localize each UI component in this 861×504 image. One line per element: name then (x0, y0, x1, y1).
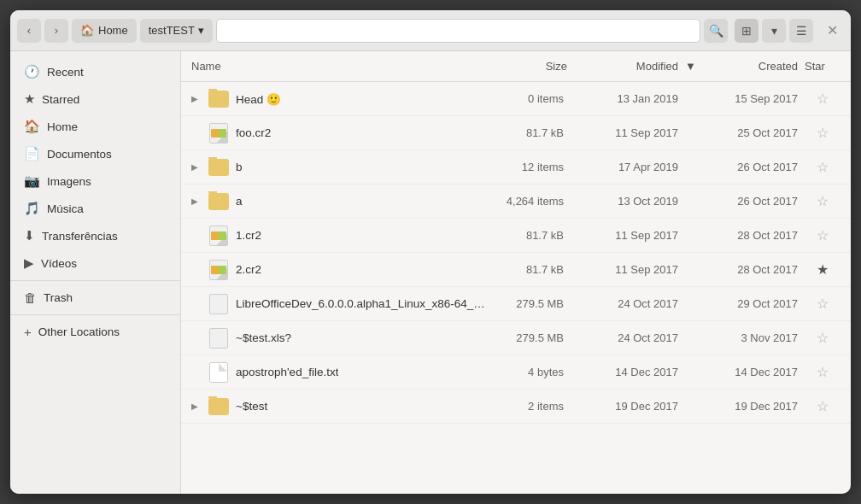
sidebar-item-imagens[interactable]: 📷 Imagens (10, 167, 180, 195)
expand-arrow[interactable]: ▶ (188, 92, 202, 106)
sidebar-item-recent[interactable]: 🕐 Recent (10, 58, 180, 85)
folder-icon (208, 398, 229, 415)
table-row[interactable]: LibreOfficeDev_6.0.0.0.alpha1_Linux_x86-… (181, 287, 851, 321)
table-row[interactable]: foo.cr2 81.7 kB 11 Sep 2017 25 Oct 2017 … (181, 116, 851, 150)
star-button[interactable]: ☆ (801, 364, 844, 380)
file-name-cell: ▶ Head 🙂 (188, 89, 485, 109)
table-row[interactable]: 2.cr2 81.7 kB 11 Sep 2017 28 Oct 2017 ★ (181, 253, 851, 287)
file-size: 4 bytes (485, 366, 571, 378)
file-created: 15 Sep 2017 (707, 92, 801, 105)
documentos-icon: 📄 (24, 146, 40, 161)
file-created: 14 Dec 2017 (707, 366, 801, 378)
back-button[interactable]: ‹ (17, 19, 41, 43)
file-list: ▶ Head 🙂 0 items 13 Jan 2019 15 Sep 2017… (181, 82, 851, 494)
table-row[interactable]: ~$test.xls? 279.5 MB 24 Oct 2017 3 Nov 2… (181, 321, 851, 355)
expand-arrow[interactable]: ▶ (188, 400, 202, 413)
table-row[interactable]: ▶ Head 🙂 0 items 13 Jan 2019 15 Sep 2017… (181, 82, 851, 116)
col-header-sort[interactable]: ▼ (682, 60, 707, 73)
cr2-icon (209, 260, 228, 280)
sidebar-item-transferencias[interactable]: ⬇ Transferências (10, 222, 180, 249)
search-button[interactable]: 🔍 (704, 19, 728, 43)
folder-icon (208, 159, 229, 176)
star-button[interactable]: ☆ (801, 296, 844, 312)
file-icon (208, 328, 229, 349)
star-button[interactable]: ☆ (801, 227, 844, 243)
sidebar-item-videos[interactable]: ▶ Vídeos (10, 249, 180, 277)
table-row[interactable]: ▶ a 4,264 items 13 Oct 2019 26 Oct 2017 … (181, 185, 851, 219)
star-button[interactable]: ☆ (801, 91, 844, 107)
file-icon (208, 157, 229, 178)
home-button[interactable]: 🏠 Home (72, 19, 137, 43)
star-button[interactable]: ☆ (801, 125, 844, 141)
trash-icon: 🗑 (24, 290, 37, 305)
file-icon (208, 294, 229, 314)
folder-icon (208, 91, 229, 108)
file-size: 81.7 kB (485, 126, 571, 139)
col-header-modified[interactable]: Modified (571, 60, 682, 73)
file-name-cell: apostroph'ed_file.txt (188, 362, 485, 383)
file-modified: 13 Oct 2019 (571, 195, 682, 208)
breadcrumb-button[interactable]: testTEST ▾ (140, 19, 213, 43)
cr2-icon (209, 226, 228, 246)
file-name: ~$test (236, 400, 267, 413)
other-icon: + (24, 325, 32, 339)
file-name-cell: 2.cr2 (188, 260, 485, 280)
breadcrumb-arrow: ▾ (198, 24, 204, 37)
file-size: 2 items (485, 400, 571, 413)
expand-arrow-empty (188, 263, 202, 277)
table-row[interactable]: 1.cr2 81.7 kB 11 Sep 2017 28 Oct 2017 ☆ (181, 219, 851, 253)
file-size: 279.5 MB (485, 297, 571, 310)
table-row[interactable]: ▶ ~$test 2 items 19 Dec 2017 19 Dec 2017… (181, 390, 851, 424)
star-button[interactable]: ☆ (801, 398, 844, 414)
file-created: 29 Oct 2017 (707, 297, 801, 310)
file-name-cell: ▶ a (188, 191, 485, 212)
star-button[interactable]: ☆ (801, 330, 844, 346)
col-header-created[interactable]: Created (707, 60, 801, 73)
star-button[interactable]: ★ (801, 261, 844, 278)
sidebar-item-home[interactable]: 🏠 Home (10, 113, 180, 140)
forward-button[interactable]: › (44, 19, 68, 43)
table-row[interactable]: ▶ b 12 items 17 Apr 2019 26 Oct 2017 ☆ (181, 150, 851, 185)
menu-button[interactable]: ☰ (789, 19, 813, 43)
file-size: 4,264 items (485, 195, 571, 208)
sidebar-item-other[interactable]: + Other Locations (10, 319, 180, 345)
sidebar-item-trash[interactable]: 🗑 Trash (10, 284, 180, 311)
sidebar-item-documentos[interactable]: 📄 Documentos (10, 140, 180, 167)
col-header-size[interactable]: Size (485, 60, 571, 73)
file-icon (208, 89, 229, 109)
col-header-name[interactable]: Name (188, 60, 485, 73)
file-icon (208, 362, 229, 383)
expand-arrow[interactable]: ▶ (188, 161, 202, 174)
file-name-cell: LibreOfficeDev_6.0.0.0.alpha1_Linux_x86-… (188, 294, 485, 314)
close-button[interactable]: ✕ (820, 19, 844, 43)
search-input[interactable] (216, 19, 700, 43)
file-icon (208, 260, 229, 280)
videos-icon: ▶ (24, 255, 34, 271)
file-modified: 17 Apr 2019 (571, 161, 682, 173)
sidebar-label-trash: Trash (44, 291, 73, 304)
star-button[interactable]: ☆ (801, 159, 844, 175)
file-name: b (236, 161, 243, 173)
col-header-star[interactable]: Star (801, 60, 844, 73)
expand-arrow-empty (188, 229, 202, 243)
main-area: 🕐 Recent ★ Starred 🏠 Home 📄 Documentos 📷… (10, 51, 851, 494)
expand-arrow[interactable]: ▶ (188, 195, 202, 208)
file-name: LibreOfficeDev_6.0.0.0.alpha1_Linux_x86-… (236, 297, 485, 310)
file-size: 0 items (485, 92, 571, 105)
sidebar-label-starred: Starred (42, 93, 79, 106)
file-name-cell: ~$test.xls? (188, 328, 485, 349)
expand-arrow-empty (188, 126, 202, 140)
file-created: 28 Oct 2017 (707, 263, 801, 276)
file-created: 26 Oct 2017 (707, 195, 801, 208)
file-size: 81.7 kB (485, 229, 571, 242)
file-size: 12 items (485, 161, 571, 173)
sidebar-item-musica[interactable]: 🎵 Música (10, 195, 180, 222)
home-label: Home (98, 24, 128, 37)
sidebar-divider-2 (10, 314, 180, 315)
sidebar-label-recent: Recent (47, 66, 84, 79)
view-options-button[interactable]: ▾ (762, 19, 786, 43)
grid-view-button[interactable]: ⊞ (735, 19, 758, 43)
sidebar-item-starred[interactable]: ★ Starred (10, 85, 180, 113)
star-button[interactable]: ☆ (801, 193, 844, 209)
table-row[interactable]: apostroph'ed_file.txt 4 bytes 14 Dec 201… (181, 355, 851, 390)
